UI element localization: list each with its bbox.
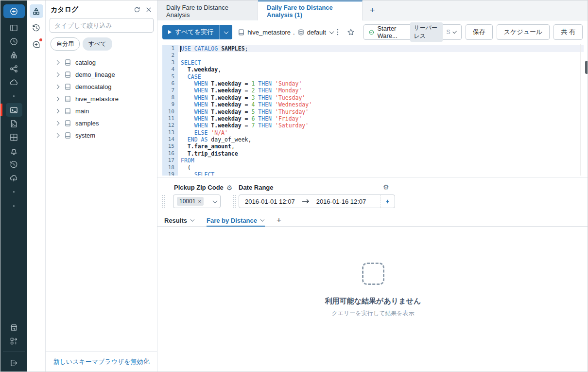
- tree-item-samples[interactable]: samples: [46, 117, 157, 129]
- code-line[interactable]: 18 (: [162, 164, 584, 171]
- tree-item-label: democatalog: [75, 83, 111, 90]
- sidebar-item-workflows[interactable]: [6, 62, 22, 75]
- schema-rail-feedback[interactable]: [30, 37, 43, 51]
- code-line[interactable]: 13 ELSE 'N/A': [162, 129, 584, 136]
- code-line[interactable]: 1USE CATALOG SAMPLES;: [162, 45, 584, 52]
- sql-code-editor[interactable]: 1USE CATALOG SAMPLES;23SELECT4 T.weekday…: [162, 44, 584, 176]
- chevron-right-icon[interactable]: [55, 97, 60, 102]
- chevron-right-icon[interactable]: [55, 72, 60, 77]
- run-options-dropdown[interactable]: [219, 25, 232, 39]
- sidebar-item-alerts[interactable]: [6, 144, 22, 158]
- workspace-icon: [10, 24, 18, 32]
- schedule-button[interactable]: スケジュール: [497, 24, 550, 40]
- tree-item-hive_metastore[interactable]: hive_metastore: [46, 93, 157, 105]
- code-line[interactable]: 16 T.trip_distance: [162, 150, 584, 157]
- catalog-schema-selector[interactable]: hive_metastore . default: [238, 29, 333, 36]
- code-line[interactable]: 6 WHEN T.weekday = 1 THEN 'Sunday': [162, 80, 584, 87]
- save-button[interactable]: 保存: [466, 24, 493, 40]
- share-button[interactable]: 共 有: [553, 24, 583, 40]
- date-range-input[interactable]: 2016-01-01 12:07 2016-01-16 12:07: [239, 195, 395, 208]
- date-end[interactable]: 2016-01-16 12:07: [316, 198, 366, 205]
- schema-rail-history[interactable]: [30, 21, 43, 35]
- query-tab-2[interactable]: Daily Fare to Distance Analysis (1): [258, 0, 363, 21]
- code-line[interactable]: 15 T.fare_amount,: [162, 143, 584, 150]
- favorite-star-icon[interactable]: [346, 26, 356, 38]
- apply-lightning-icon[interactable]: [380, 195, 395, 208]
- chevron-down-icon[interactable]: [190, 217, 194, 221]
- kebab-menu-icon[interactable]: [333, 26, 343, 38]
- page-scrollbar-thumb[interactable]: [585, 61, 588, 74]
- filter-chip-all[interactable]: すべて: [83, 37, 112, 51]
- sidebar-item-sql-warehouses[interactable]: [6, 171, 22, 185]
- code-line[interactable]: 11 WHEN T.weekday = 6 THEN 'Friday': [162, 115, 584, 122]
- add-visualization-button[interactable]: +: [277, 215, 281, 225]
- code-line[interactable]: 12 WHEN T.weekday = 7 THEN 'Saturday': [162, 122, 584, 129]
- rail-divider: [3, 352, 25, 352]
- code-text: WHEN T.weekday = 4 THEN 'Wednesday': [178, 101, 584, 108]
- date-range-drag-handle[interactable]: [232, 195, 237, 208]
- pickup-zip-select[interactable]: 10001 ×: [173, 195, 221, 208]
- tree-item-democatalog[interactable]: democatalog: [46, 81, 157, 93]
- results-tab-fare-by-distance[interactable]: Fare by Distance: [207, 214, 264, 227]
- empty-results-dashed-icon: [362, 263, 384, 285]
- chevron-right-icon[interactable]: [55, 109, 60, 114]
- main-area: Daily Fare to Distance AnalysisDaily Far…: [157, 0, 588, 372]
- sidebar-item-marketplace[interactable]: [6, 320, 22, 334]
- tree-item-catalog[interactable]: catalog: [46, 56, 157, 69]
- code-text: T.trip_distance: [178, 150, 584, 157]
- results-tab-results[interactable]: Results: [164, 214, 194, 227]
- pickup-zip-settings-gear-icon[interactable]: ⚙: [226, 184, 233, 191]
- line-number: 14: [162, 136, 178, 143]
- date-start[interactable]: 2016-01-01 12:07: [245, 198, 295, 205]
- code-line[interactable]: 2: [162, 52, 584, 59]
- query-tab-1[interactable]: Daily Fare to Distance Analysis: [157, 0, 258, 20]
- sidebar-item-collapse-sidebar[interactable]: [6, 356, 22, 370]
- refresh-icon[interactable]: [134, 6, 140, 13]
- chevron-right-icon[interactable]: [55, 133, 60, 138]
- run-all-button[interactable]: すべてを実行: [162, 25, 232, 39]
- catalog-filter-input[interactable]: [50, 18, 154, 33]
- sidebar-item-queries[interactable]: [6, 117, 22, 130]
- sidebar-item-recents[interactable]: [6, 35, 22, 48]
- zip-chip: 10001 ×: [177, 197, 204, 206]
- remove-zip-icon[interactable]: ×: [198, 198, 201, 204]
- code-line[interactable]: 8 WHEN T.weekday = 3 THEN 'Tuesday': [162, 94, 584, 101]
- date-range-label: Date Range: [239, 184, 274, 191]
- code-line[interactable]: 3SELECT: [162, 59, 584, 66]
- close-icon[interactable]: [145, 6, 152, 13]
- new-query-tab-button[interactable]: +: [363, 0, 382, 20]
- code-line[interactable]: 9 WHEN T.weekday = 4 THEN 'Wednesday': [162, 101, 584, 108]
- pickup-zip-drag-handle[interactable]: [161, 195, 166, 208]
- code-line[interactable]: 19 SELECT: [162, 171, 584, 176]
- code-line[interactable]: 10 WHEN T.weekday = 5 THEN 'Thursday': [162, 108, 584, 115]
- code-line[interactable]: 17FROM: [162, 157, 584, 164]
- date-range-settings-gear-icon[interactable]: ⚙: [383, 184, 389, 191]
- sidebar-item-dashboards[interactable]: [6, 130, 22, 144]
- sidebar-item-new[interactable]: [3, 4, 25, 18]
- tree-item-main[interactable]: main: [46, 105, 157, 117]
- line-number: 19: [162, 171, 178, 176]
- sidebar-item-query-history[interactable]: [6, 158, 22, 171]
- tree-item-demo_lineage[interactable]: demo_lineage: [46, 69, 157, 81]
- tree-item-system[interactable]: system: [46, 129, 157, 142]
- warehouse-selector[interactable]: Starter Ware... サーバーレス S: [363, 24, 462, 40]
- chevron-right-icon[interactable]: [55, 85, 60, 89]
- code-line[interactable]: 14 END AS day_of_week,: [162, 136, 584, 143]
- sql-editor-icon: [10, 106, 18, 114]
- line-number: 11: [162, 115, 178, 122]
- code-line[interactable]: 5 CASE: [162, 73, 584, 80]
- sidebar-item-sql-editor[interactable]: [6, 103, 22, 117]
- chevron-down-icon[interactable]: [260, 217, 264, 221]
- sidebar-item-catalog[interactable]: [6, 48, 22, 62]
- filter-chip-for-me[interactable]: 自分用: [51, 37, 80, 51]
- sidebar-item-workspace[interactable]: [6, 21, 22, 35]
- code-line[interactable]: 4 T.weekday,: [162, 66, 584, 73]
- chevron-right-icon[interactable]: [55, 121, 60, 126]
- sidebar-item-partner-connect[interactable]: [6, 334, 22, 348]
- disable-new-schema-browser-link[interactable]: 新しいスキーマブラウザを無効化: [53, 358, 149, 365]
- results-tab-label: Fare by Distance: [207, 217, 257, 224]
- schema-rail-schema-browser[interactable]: [30, 4, 43, 18]
- chevron-right-icon[interactable]: [55, 60, 60, 65]
- code-line[interactable]: 7 WHEN T.weekday = 2 THEN 'Monday': [162, 87, 584, 94]
- sidebar-item-compute[interactable]: [6, 75, 22, 89]
